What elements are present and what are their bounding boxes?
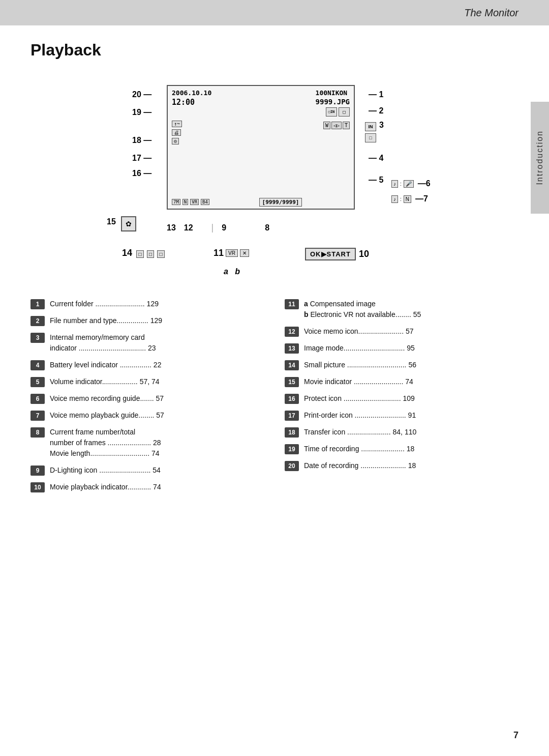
diagram-container: 2006.10.10 12:00 100NIKON 9999.JPG □IN	[81, 75, 468, 278]
frame-count: [9999/9999]	[259, 198, 302, 207]
ref-num-8: 8	[30, 427, 45, 438]
ref-text-6: Voice memo recording guide....... 57	[50, 393, 164, 404]
ref-item-6: 6 Voice memo recording guide....... 57	[30, 393, 264, 404]
monitor-diagram: 2006.10.10 12:00 100NIKON 9999.JPG □IN	[81, 75, 468, 278]
ref-item-2: 2 File number and type................ 1…	[30, 315, 264, 326]
ref-text-4: Battery level indicator ................…	[50, 360, 161, 370]
label-20: 20 —	[132, 90, 151, 99]
screen-folder: 100NIKON	[316, 89, 350, 97]
ref-text-15: Movie indicator ........................…	[304, 376, 413, 387]
screen-filename: 9999.JPG	[316, 98, 350, 106]
ref-num-20: 20	[285, 461, 299, 471]
ref-item-20: 20 Date of recording ...................…	[285, 460, 518, 471]
print-icon-area: 🖨	[172, 129, 182, 136]
ref-text-12: Voice memo icon....................... 5…	[304, 326, 414, 337]
ref-num-19: 19	[285, 444, 299, 454]
ref-text-18: Transfer icon ...................... 84,…	[304, 427, 416, 438]
ref-text-17: Print-order icon .......................…	[304, 410, 416, 421]
page-number: 7	[513, 730, 518, 741]
ref-item-12: 12 Voice memo icon......................…	[285, 326, 518, 337]
ref-num-2: 2	[30, 316, 45, 326]
ref-item-8: 8 Current frame number/totalnumber of fr…	[30, 427, 264, 459]
label-16: 16 —	[132, 169, 151, 178]
section-title: The Monitor	[464, 7, 518, 19]
screen-time: 12:00	[172, 98, 211, 107]
ref-text-11: a Compensated imageb Electronic VR not a…	[304, 299, 421, 320]
mode-7m: 7M	[172, 199, 180, 205]
top-bar: The Monitor	[0, 0, 549, 25]
reference-table: 1 Current folder .......................…	[30, 299, 518, 499]
mode-vr: VR	[190, 199, 199, 205]
page-heading: Playback	[30, 41, 518, 60]
ref-num-3: 3	[30, 333, 45, 343]
label-18: 18 —	[132, 136, 151, 145]
main-content: Playback 2006.10.10 12:00 100NIKON 9999.…	[0, 25, 549, 519]
screen-date: 2006.10.10	[172, 89, 211, 97]
w-icon: W	[323, 122, 330, 129]
label-4: — 4	[369, 154, 383, 163]
storage-icon-card: □IN	[326, 107, 337, 117]
ref-item-7: 7 Voice memo playback guide........ 57	[30, 410, 264, 421]
ref-item-1: 1 Current folder .......................…	[30, 299, 264, 309]
ref-num-7: 7	[30, 411, 45, 421]
label-15: 15	[107, 217, 116, 226]
protect-icon-area: ⊙	[172, 138, 182, 144]
voice-6-area: ♪ : 🎤 —6	[391, 179, 431, 188]
ref-text-1: Current folder .........................…	[50, 299, 159, 309]
ref-num-17: 17	[285, 411, 299, 421]
ref-item-14: 14 Small picture .......................…	[285, 360, 518, 370]
label-12: 12	[184, 223, 193, 232]
ref-text-14: Small picture ..........................…	[304, 360, 416, 370]
label-a: a b	[224, 267, 240, 276]
label-2: — 2	[369, 106, 383, 115]
mode-n: N	[182, 199, 188, 205]
ref-item-5: 5 Volume indicator.................. 57,…	[30, 376, 264, 387]
center-icon: ◁▷	[331, 122, 342, 129]
ref-item-19: 19 Time of recording ...................…	[285, 444, 518, 454]
ref-item-13: 13 Image mode...........................…	[285, 343, 518, 354]
label-1: — 1	[369, 90, 383, 99]
ref-item-16: 16 Protect icon ........................…	[285, 393, 518, 404]
ref-text-8: Current frame number/totalnumber of fram…	[50, 427, 161, 459]
ref-num-9: 9	[30, 466, 45, 476]
voice-7-area: ♪ : N —7	[391, 194, 428, 203]
ref-item-3: 3 Internal memory/memory cardindicator .…	[30, 332, 264, 354]
ref-item-10: 10 Movie playback indicator............ …	[30, 482, 264, 492]
ref-item-11: 11 a Compensated imageb Electronic VR no…	[285, 299, 518, 320]
ref-num-1: 1	[30, 299, 45, 309]
ref-text-7: Voice memo playback guide........ 57	[50, 410, 164, 421]
label-10-area: OK▶START 10	[305, 248, 369, 260]
ref-num-14: 14	[285, 360, 299, 370]
camera-screen: 2006.10.10 12:00 100NIKON 9999.JPG □IN	[167, 85, 355, 210]
label-17: 17 —	[132, 154, 151, 163]
ref-num-5: 5	[30, 377, 45, 387]
movie-indicator-icon: ✿	[121, 216, 136, 231]
ref-text-10: Movie playback indicator............ 74	[50, 482, 161, 492]
ref-num-15: 15	[285, 377, 299, 387]
t-icon: T	[343, 122, 350, 129]
ref-right-column: 11 a Compensated imageb Electronic VR no…	[285, 299, 518, 499]
storage-icon-internal: □	[339, 107, 350, 117]
ref-num-18: 18	[285, 427, 299, 438]
bottom-label-row: 13 12 | 9 8	[167, 222, 269, 233]
ref-text-20: Date of recording ......................…	[304, 460, 416, 471]
ref-text-2: File number and type................ 129	[50, 315, 162, 326]
ref-text-9: D-Lighting icon ........................…	[50, 465, 161, 476]
mode-b4: B4	[201, 199, 209, 205]
ref-item-15: 15 Movie indicator .....................…	[285, 376, 518, 387]
label-3: 3	[379, 121, 384, 130]
ref-num-12: 12	[285, 327, 299, 337]
label-13: 13	[167, 223, 176, 232]
label-9: 9	[222, 223, 226, 232]
ref-left-column: 1 Current folder .......................…	[30, 299, 264, 499]
ref-item-18: 18 Transfer icon ...................... …	[285, 427, 518, 438]
ref-num-10: 10	[30, 482, 45, 492]
ref-text-16: Protect icon ...........................…	[304, 393, 415, 404]
ref-num-6: 6	[30, 394, 45, 404]
label-19: 19 —	[132, 108, 151, 117]
ref-text-13: Image mode..............................…	[304, 343, 415, 354]
label-11-area: 11 VR ✕	[214, 248, 249, 258]
ref-item-17: 17 Print-order icon ....................…	[285, 410, 518, 421]
label-5: — 5	[369, 176, 383, 185]
ref-text-5: Volume indicator.................. 57, 7…	[50, 376, 160, 387]
